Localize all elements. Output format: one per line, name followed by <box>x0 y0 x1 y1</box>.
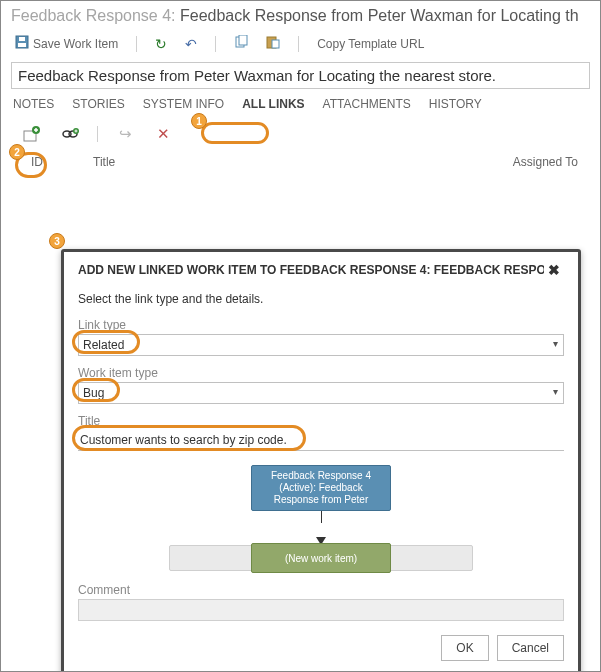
work-item-type-label: Work item type <box>78 366 564 380</box>
annotation-badge-2: 2 <box>9 144 25 160</box>
preview-new-node: (New work item) <box>251 543 391 573</box>
dialog-close-button[interactable]: ✖ <box>544 262 564 278</box>
col-assigned-to: Assigned To <box>513 155 578 169</box>
link-existing-item-button[interactable] <box>59 123 81 145</box>
dialog-prompt: Select the link type and the details. <box>78 292 564 306</box>
ok-button[interactable]: OK <box>441 635 488 661</box>
links-columns: ID Title Assigned To <box>1 151 600 169</box>
annotation-badge-3: 3 <box>49 233 65 249</box>
dialog-title: ADD NEW LINKED WORK ITEM TO FEEDBACK RES… <box>78 263 544 277</box>
preview-side-node-left <box>169 545 259 571</box>
refresh-icon: ↻ <box>155 36 167 52</box>
svg-rect-2 <box>19 37 25 41</box>
title-input[interactable] <box>78 430 564 451</box>
tab-stories[interactable]: STORIES <box>72 95 124 113</box>
header-id: Feedback Response 4: <box>11 7 176 24</box>
title-label: Title <box>78 414 564 428</box>
link-type-select[interactable]: Related <box>78 334 564 356</box>
comment-label: Comment <box>78 583 564 597</box>
svg-rect-4 <box>239 35 247 45</box>
copy-template-url-button[interactable]: Copy Template URL <box>313 35 428 53</box>
separator <box>298 36 299 52</box>
undo-button[interactable]: ↶ <box>181 34 201 54</box>
add-new-linked-item-button[interactable] <box>21 123 43 145</box>
tab-history[interactable]: HISTORY <box>429 95 482 113</box>
work-item-type-select[interactable]: Bug <box>78 382 564 404</box>
save-label: Save Work Item <box>33 37 118 51</box>
add-linked-work-item-dialog: ADD NEW LINKED WORK ITEM TO FEEDBACK RES… <box>61 249 581 672</box>
header-title-text: Feedback Response from Peter Waxman for … <box>176 7 579 24</box>
comment-input[interactable] <box>78 599 564 621</box>
svg-rect-1 <box>18 43 26 47</box>
tab-system-info[interactable]: SYSTEM INFO <box>143 95 224 113</box>
copy-icon <box>234 35 248 52</box>
svg-rect-6 <box>272 40 279 48</box>
separator <box>136 36 137 52</box>
separator <box>97 126 98 142</box>
refresh-button[interactable]: ↻ <box>151 34 171 54</box>
save-work-item-button[interactable]: Save Work Item <box>11 33 122 54</box>
separator <box>215 36 216 52</box>
col-title: Title <box>93 155 115 169</box>
delete-link-button[interactable]: ✕ <box>152 123 174 145</box>
tab-attachments[interactable]: ATTACHMENTS <box>323 95 411 113</box>
work-item-title-field[interactable]: Feedback Response from Peter Waxman for … <box>11 62 590 89</box>
save-icon <box>15 35 29 52</box>
link-preview-diagram: Feedback Response 4 (Active): Feedback R… <box>78 465 564 573</box>
annotation-badge-1: 1 <box>191 113 207 129</box>
col-id: ID <box>31 155 43 169</box>
arrow-stem <box>321 511 322 523</box>
page-header: Feedback Response 4: Feedback Response f… <box>1 1 600 27</box>
open-link-button[interactable]: ↪ <box>114 123 136 145</box>
links-toolbar: ↪ ✕ <box>1 113 600 151</box>
preview-parent-node: Feedback Response 4 (Active): Feedback R… <box>251 465 391 511</box>
cancel-button[interactable]: Cancel <box>497 635 564 661</box>
paste-button[interactable] <box>262 33 284 54</box>
copy-template-url-label: Copy Template URL <box>317 37 424 51</box>
tab-all-links[interactable]: ALL LINKS <box>242 95 304 113</box>
main-toolbar: Save Work Item ↻ ↶ Copy Template URL <box>1 27 600 60</box>
preview-side-node-right <box>383 545 473 571</box>
paste-icon <box>266 35 280 52</box>
close-icon: ✖ <box>548 262 560 278</box>
tab-notes[interactable]: NOTES <box>13 95 54 113</box>
undo-icon: ↶ <box>185 36 197 52</box>
tab-strip: NOTES STORIES SYSTEM INFO ALL LINKS ATTA… <box>1 95 600 113</box>
copy-button[interactable] <box>230 33 252 54</box>
link-type-label: Link type <box>78 318 564 332</box>
